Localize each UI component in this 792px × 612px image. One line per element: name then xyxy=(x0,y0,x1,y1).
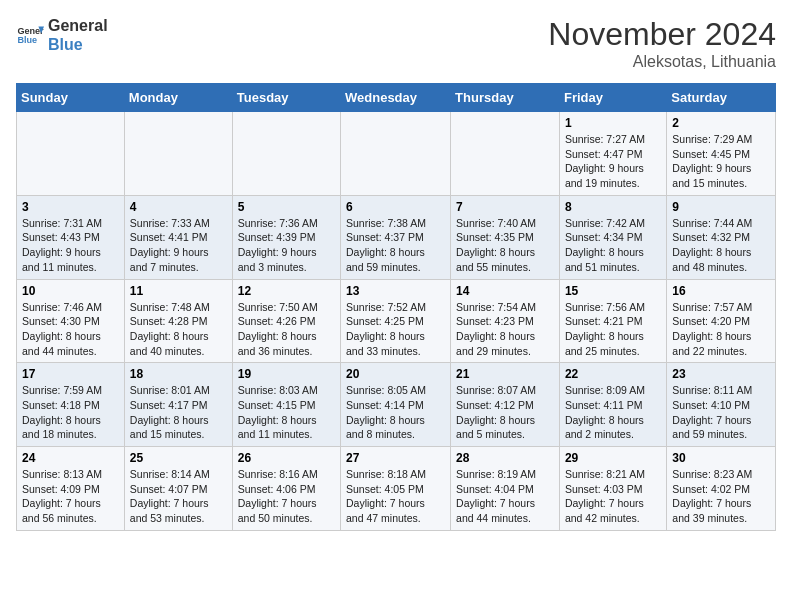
weekday-header-cell: Wednesday xyxy=(341,84,451,112)
calendar-day-cell: 15Sunrise: 7:56 AM Sunset: 4:21 PM Dayli… xyxy=(559,279,666,363)
day-info: Sunrise: 7:44 AM Sunset: 4:32 PM Dayligh… xyxy=(672,216,770,275)
day-info: Sunrise: 7:38 AM Sunset: 4:37 PM Dayligh… xyxy=(346,216,445,275)
day-info: Sunrise: 8:21 AM Sunset: 4:03 PM Dayligh… xyxy=(565,467,661,526)
day-number: 17 xyxy=(22,367,119,381)
calendar-day-cell: 7Sunrise: 7:40 AM Sunset: 4:35 PM Daylig… xyxy=(451,195,560,279)
day-info: Sunrise: 8:01 AM Sunset: 4:17 PM Dayligh… xyxy=(130,383,227,442)
calendar-day-cell: 9Sunrise: 7:44 AM Sunset: 4:32 PM Daylig… xyxy=(667,195,776,279)
day-number: 20 xyxy=(346,367,445,381)
day-info: Sunrise: 7:36 AM Sunset: 4:39 PM Dayligh… xyxy=(238,216,335,275)
calendar-day-cell: 1Sunrise: 7:27 AM Sunset: 4:47 PM Daylig… xyxy=(559,112,666,196)
calendar-day-cell: 25Sunrise: 8:14 AM Sunset: 4:07 PM Dayli… xyxy=(124,447,232,531)
day-number: 9 xyxy=(672,200,770,214)
day-number: 12 xyxy=(238,284,335,298)
calendar-day-cell: 16Sunrise: 7:57 AM Sunset: 4:20 PM Dayli… xyxy=(667,279,776,363)
day-info: Sunrise: 7:54 AM Sunset: 4:23 PM Dayligh… xyxy=(456,300,554,359)
calendar-day-cell: 17Sunrise: 7:59 AM Sunset: 4:18 PM Dayli… xyxy=(17,363,125,447)
logo-line1: General xyxy=(48,16,108,35)
calendar-day-cell: 14Sunrise: 7:54 AM Sunset: 4:23 PM Dayli… xyxy=(451,279,560,363)
calendar-day-cell: 28Sunrise: 8:19 AM Sunset: 4:04 PM Dayli… xyxy=(451,447,560,531)
day-number: 10 xyxy=(22,284,119,298)
day-number: 29 xyxy=(565,451,661,465)
day-number: 14 xyxy=(456,284,554,298)
weekday-header-cell: Monday xyxy=(124,84,232,112)
calendar-body: 1Sunrise: 7:27 AM Sunset: 4:47 PM Daylig… xyxy=(17,112,776,531)
location: Aleksotas, Lithuania xyxy=(548,53,776,71)
day-info: Sunrise: 8:07 AM Sunset: 4:12 PM Dayligh… xyxy=(456,383,554,442)
day-number: 23 xyxy=(672,367,770,381)
calendar-week-row: 10Sunrise: 7:46 AM Sunset: 4:30 PM Dayli… xyxy=(17,279,776,363)
calendar-day-cell: 2Sunrise: 7:29 AM Sunset: 4:45 PM Daylig… xyxy=(667,112,776,196)
page-header: General Blue General Blue November 2024 … xyxy=(16,16,776,71)
day-info: Sunrise: 7:48 AM Sunset: 4:28 PM Dayligh… xyxy=(130,300,227,359)
calendar-day-cell: 4Sunrise: 7:33 AM Sunset: 4:41 PM Daylig… xyxy=(124,195,232,279)
day-number: 26 xyxy=(238,451,335,465)
day-number: 19 xyxy=(238,367,335,381)
weekday-header-cell: Friday xyxy=(559,84,666,112)
calendar-week-row: 3Sunrise: 7:31 AM Sunset: 4:43 PM Daylig… xyxy=(17,195,776,279)
logo-line2: Blue xyxy=(48,35,108,54)
day-number: 18 xyxy=(130,367,227,381)
weekday-header-cell: Thursday xyxy=(451,84,560,112)
calendar-day-cell: 22Sunrise: 8:09 AM Sunset: 4:11 PM Dayli… xyxy=(559,363,666,447)
day-info: Sunrise: 7:46 AM Sunset: 4:30 PM Dayligh… xyxy=(22,300,119,359)
day-info: Sunrise: 8:14 AM Sunset: 4:07 PM Dayligh… xyxy=(130,467,227,526)
calendar-day-cell xyxy=(451,112,560,196)
day-info: Sunrise: 7:59 AM Sunset: 4:18 PM Dayligh… xyxy=(22,383,119,442)
day-info: Sunrise: 8:09 AM Sunset: 4:11 PM Dayligh… xyxy=(565,383,661,442)
calendar-day-cell: 27Sunrise: 8:18 AM Sunset: 4:05 PM Dayli… xyxy=(341,447,451,531)
calendar-day-cell: 3Sunrise: 7:31 AM Sunset: 4:43 PM Daylig… xyxy=(17,195,125,279)
calendar-day-cell: 8Sunrise: 7:42 AM Sunset: 4:34 PM Daylig… xyxy=(559,195,666,279)
calendar-week-row: 24Sunrise: 8:13 AM Sunset: 4:09 PM Dayli… xyxy=(17,447,776,531)
day-info: Sunrise: 7:52 AM Sunset: 4:25 PM Dayligh… xyxy=(346,300,445,359)
day-info: Sunrise: 7:29 AM Sunset: 4:45 PM Dayligh… xyxy=(672,132,770,191)
svg-text:Blue: Blue xyxy=(17,36,37,46)
day-number: 3 xyxy=(22,200,119,214)
day-number: 6 xyxy=(346,200,445,214)
day-number: 5 xyxy=(238,200,335,214)
day-info: Sunrise: 7:40 AM Sunset: 4:35 PM Dayligh… xyxy=(456,216,554,275)
day-info: Sunrise: 8:23 AM Sunset: 4:02 PM Dayligh… xyxy=(672,467,770,526)
calendar-day-cell: 20Sunrise: 8:05 AM Sunset: 4:14 PM Dayli… xyxy=(341,363,451,447)
day-number: 1 xyxy=(565,116,661,130)
logo: General Blue General Blue xyxy=(16,16,108,54)
weekday-header-cell: Tuesday xyxy=(232,84,340,112)
title-block: November 2024 Aleksotas, Lithuania xyxy=(548,16,776,71)
day-number: 22 xyxy=(565,367,661,381)
day-info: Sunrise: 8:13 AM Sunset: 4:09 PM Dayligh… xyxy=(22,467,119,526)
month-title: November 2024 xyxy=(548,16,776,53)
day-number: 28 xyxy=(456,451,554,465)
calendar-day-cell: 26Sunrise: 8:16 AM Sunset: 4:06 PM Dayli… xyxy=(232,447,340,531)
calendar-day-cell: 21Sunrise: 8:07 AM Sunset: 4:12 PM Dayli… xyxy=(451,363,560,447)
day-number: 16 xyxy=(672,284,770,298)
day-number: 24 xyxy=(22,451,119,465)
calendar-day-cell xyxy=(17,112,125,196)
calendar-week-row: 17Sunrise: 7:59 AM Sunset: 4:18 PM Dayli… xyxy=(17,363,776,447)
day-number: 27 xyxy=(346,451,445,465)
calendar-day-cell: 24Sunrise: 8:13 AM Sunset: 4:09 PM Dayli… xyxy=(17,447,125,531)
weekday-header-row: SundayMondayTuesdayWednesdayThursdayFrid… xyxy=(17,84,776,112)
calendar-day-cell xyxy=(232,112,340,196)
day-info: Sunrise: 7:42 AM Sunset: 4:34 PM Dayligh… xyxy=(565,216,661,275)
day-number: 21 xyxy=(456,367,554,381)
logo-icon: General Blue xyxy=(16,21,44,49)
day-number: 15 xyxy=(565,284,661,298)
calendar-day-cell: 29Sunrise: 8:21 AM Sunset: 4:03 PM Dayli… xyxy=(559,447,666,531)
day-info: Sunrise: 7:27 AM Sunset: 4:47 PM Dayligh… xyxy=(565,132,661,191)
calendar-day-cell: 19Sunrise: 8:03 AM Sunset: 4:15 PM Dayli… xyxy=(232,363,340,447)
day-number: 25 xyxy=(130,451,227,465)
calendar-day-cell: 12Sunrise: 7:50 AM Sunset: 4:26 PM Dayli… xyxy=(232,279,340,363)
calendar-day-cell: 18Sunrise: 8:01 AM Sunset: 4:17 PM Dayli… xyxy=(124,363,232,447)
day-info: Sunrise: 7:31 AM Sunset: 4:43 PM Dayligh… xyxy=(22,216,119,275)
day-number: 4 xyxy=(130,200,227,214)
calendar-day-cell: 5Sunrise: 7:36 AM Sunset: 4:39 PM Daylig… xyxy=(232,195,340,279)
day-number: 13 xyxy=(346,284,445,298)
day-number: 2 xyxy=(672,116,770,130)
weekday-header-cell: Saturday xyxy=(667,84,776,112)
day-info: Sunrise: 7:57 AM Sunset: 4:20 PM Dayligh… xyxy=(672,300,770,359)
day-number: 30 xyxy=(672,451,770,465)
day-info: Sunrise: 7:33 AM Sunset: 4:41 PM Dayligh… xyxy=(130,216,227,275)
day-number: 7 xyxy=(456,200,554,214)
day-info: Sunrise: 7:56 AM Sunset: 4:21 PM Dayligh… xyxy=(565,300,661,359)
calendar-week-row: 1Sunrise: 7:27 AM Sunset: 4:47 PM Daylig… xyxy=(17,112,776,196)
